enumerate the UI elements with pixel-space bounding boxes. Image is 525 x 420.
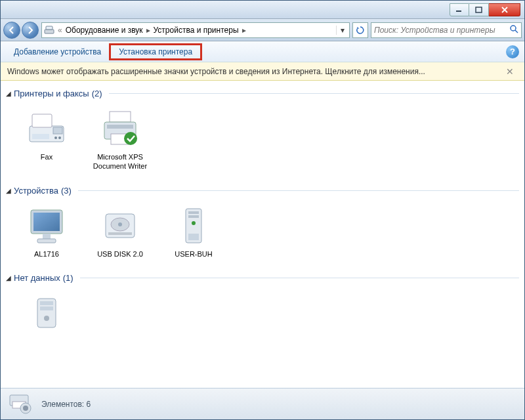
breadcrumb: Оборудование и звук ▸ Устройства и принт…	[64, 24, 246, 36]
svg-point-11	[58, 136, 61, 139]
svg-point-23	[118, 222, 122, 226]
item-label: AL1716	[34, 249, 59, 259]
back-button[interactable]	[3, 22, 20, 39]
svg-rect-8	[53, 127, 62, 134]
item-label: USB DISK 2.0	[97, 249, 143, 259]
svg-rect-29	[188, 234, 199, 240]
svg-rect-9	[32, 134, 49, 139]
nav-bar: « Оборудование и звук ▸ Устройства и при…	[1, 19, 524, 41]
svg-point-16	[124, 132, 137, 145]
group-divider	[80, 278, 519, 278]
unknown-device-icon	[23, 292, 70, 334]
group-count: (2)	[92, 89, 102, 98]
help-button[interactable]: ?	[506, 45, 519, 58]
refresh-button[interactable]	[352, 22, 368, 38]
window-buttons	[450, 3, 520, 16]
info-bar[interactable]: Windows может отображать расширенные зна…	[1, 62, 524, 81]
close-button[interactable]	[489, 3, 520, 16]
minimize-button[interactable]	[450, 3, 469, 16]
group-header-nodata[interactable]: ◢ Нет данных (1)	[5, 270, 520, 285]
status-bar: Элементов: 6	[1, 388, 524, 419]
address-bar[interactable]: « Оборудование и звук ▸ Устройства и при…	[41, 22, 350, 38]
group-divider	[78, 190, 519, 191]
content-area: ◢ Принтеры и факсы (2)	[1, 81, 524, 388]
caret-down-icon: ◢	[6, 274, 11, 282]
svg-rect-15	[107, 125, 133, 129]
chevron-right-icon: ▸	[242, 26, 246, 35]
group-count: (3)	[61, 186, 72, 196]
search-box[interactable]	[371, 22, 522, 38]
caret-down-icon: ◢	[6, 187, 11, 194]
item-monitor[interactable]: AL1716	[14, 202, 79, 261]
group-devices: ◢ Устройства (3) AL	[5, 183, 520, 261]
group-header-devices[interactable]: ◢ Устройства (3)	[5, 183, 520, 198]
breadcrumb-hardware[interactable]: Оборудование и звук	[64, 24, 145, 36]
computer-tower-icon	[170, 205, 217, 247]
svg-point-4	[511, 26, 516, 31]
item-computer[interactable]: USER-BUH	[161, 202, 226, 261]
nav-arrows	[3, 22, 39, 39]
search-icon	[509, 24, 518, 35]
item-unknown[interactable]	[14, 289, 79, 339]
group-printers: ◢ Принтеры и факсы (2)	[5, 86, 520, 174]
fax-icon	[23, 108, 70, 150]
group-header-printers[interactable]: ◢ Принтеры и факсы (2)	[5, 86, 520, 101]
title-bar	[1, 1, 524, 19]
svg-rect-18	[33, 213, 60, 231]
info-close-button[interactable]: ✕	[502, 65, 518, 78]
item-label: Fax	[41, 152, 52, 161]
address-dropdown[interactable]: ▾	[336, 26, 348, 35]
svg-point-33	[44, 316, 49, 321]
svg-rect-0	[456, 10, 461, 12]
svg-rect-27	[188, 215, 199, 218]
items-row: AL1716 USB DISK 2.0	[5, 198, 520, 261]
toolbar: Добавление устройства Установка принтера…	[1, 41, 524, 62]
item-usbdisk[interactable]: USB DISK 2.0	[87, 202, 153, 261]
caret-down-icon: ◢	[6, 90, 11, 97]
svg-rect-24	[108, 232, 132, 235]
explorer-window: « Оборудование и звук ▸ Устройства и при…	[0, 0, 525, 420]
svg-rect-1	[476, 7, 482, 12]
printer-icon	[96, 108, 144, 150]
group-title: Устройства	[14, 186, 58, 196]
hdd-icon	[96, 205, 144, 247]
chevron-right-icon: ▸	[146, 26, 150, 35]
svg-point-28	[192, 221, 196, 225]
add-device-button[interactable]: Добавление устройства	[6, 43, 109, 60]
breadcrumb-prefix: «	[58, 26, 62, 35]
svg-rect-12	[110, 112, 131, 122]
svg-point-10	[54, 136, 57, 139]
group-count: (1)	[63, 273, 74, 283]
svg-rect-7	[32, 114, 52, 127]
breadcrumb-devices[interactable]: Устройства и принтеры	[152, 24, 241, 36]
group-title: Принтеры и факсы	[14, 89, 89, 98]
svg-rect-26	[188, 211, 199, 214]
svg-rect-2	[45, 30, 54, 33]
info-text: Windows может отображать расширенные зна…	[7, 67, 425, 76]
install-printer-button[interactable]: Установка принтера	[109, 43, 202, 60]
group-title: Нет данных	[14, 273, 60, 283]
svg-rect-31	[40, 301, 53, 305]
forward-button[interactable]	[22, 22, 39, 39]
svg-rect-32	[40, 306, 53, 310]
group-divider	[109, 93, 519, 94]
svg-point-37	[23, 406, 28, 411]
item-xps-writer[interactable]: Microsoft XPS Document Writer	[87, 105, 153, 174]
item-label: USER-BUH	[175, 249, 212, 259]
status-text: Элементов: 6	[41, 400, 91, 409]
svg-line-5	[515, 30, 518, 33]
search-input[interactable]	[374, 26, 509, 35]
items-row: Fax Microsoft XPS Document Writer	[5, 101, 520, 174]
item-label: Microsoft XPS Document Writer	[90, 152, 150, 171]
devices-icon	[43, 24, 55, 36]
svg-rect-19	[43, 234, 51, 239]
items-row	[5, 285, 520, 339]
monitor-icon	[23, 205, 70, 247]
maximize-button[interactable]	[469, 3, 489, 16]
status-devices-icon	[7, 392, 35, 416]
group-nodata: ◢ Нет данных (1)	[5, 270, 520, 339]
svg-rect-3	[46, 26, 52, 30]
svg-rect-20	[37, 239, 56, 243]
item-fax[interactable]: Fax	[14, 105, 79, 174]
